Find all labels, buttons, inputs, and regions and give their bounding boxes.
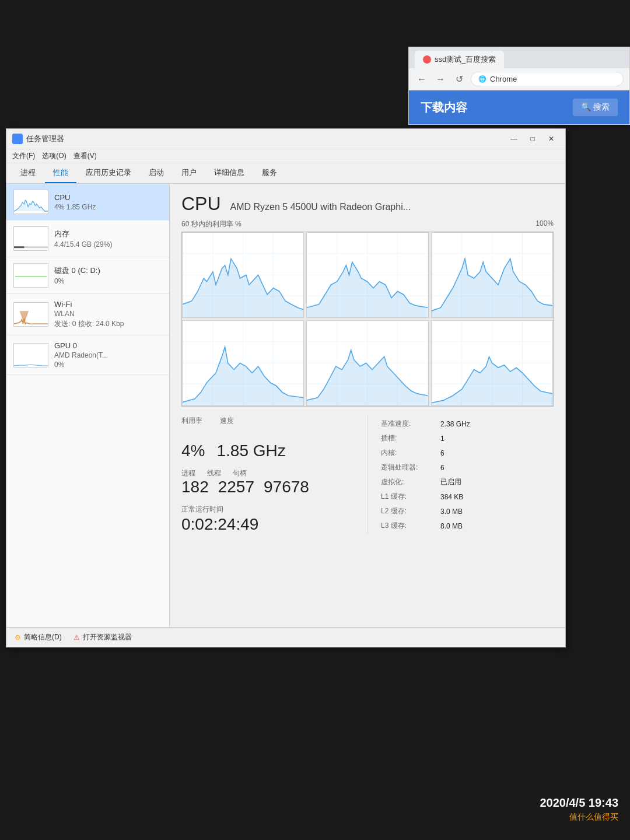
wifi-info: Wi-Fi WLAN 发送: 0 接收: 24.0 Kbp bbox=[54, 300, 162, 329]
chrome-page-title: 下载内容 bbox=[421, 100, 467, 116]
close-button[interactable]: ✕ bbox=[543, 132, 559, 145]
cpu-core-0-graph bbox=[182, 232, 304, 318]
disk-label: 磁盘 0 (C: D:) bbox=[54, 265, 162, 276]
tab-process[interactable]: 进程 bbox=[12, 163, 44, 183]
tab-details[interactable]: 详细信息 bbox=[206, 163, 253, 183]
maximize-button[interactable]: □ bbox=[524, 132, 541, 145]
open-monitor-label: 打开资源监视器 bbox=[83, 632, 132, 642]
memory-info: 内存 4.4/15.4 GB (29%) bbox=[54, 229, 162, 249]
chrome-toolbar: ← → ↺ 🌐 Chrome bbox=[409, 68, 629, 90]
tab-services[interactable]: 服务 bbox=[254, 163, 285, 183]
svg-rect-3 bbox=[14, 246, 24, 248]
brief-info-label: 简略信息(D) bbox=[24, 632, 62, 642]
cpu-label: CPU bbox=[54, 193, 162, 202]
cpu-model: AMD Ryzen 5 4500U with Radeon Graphi... bbox=[230, 202, 411, 212]
disk-info: 磁盘 0 (C: D:) 0% bbox=[54, 265, 162, 285]
body: CPU 4% 1.85 GHz 内存 4.4/15.4 GB (29%) bbox=[6, 184, 565, 627]
cpu-core-2-graph bbox=[431, 232, 553, 318]
process-label: 进程 bbox=[181, 468, 195, 478]
chrome-tab[interactable]: ssd测试_百度搜索 bbox=[415, 51, 504, 68]
memory-detail: 4.4/15.4 GB (29%) bbox=[54, 240, 162, 249]
l3-value: 8.0 MB bbox=[440, 519, 552, 533]
core-label: 内核: bbox=[381, 446, 439, 460]
address-bar[interactable]: 🌐 Chrome bbox=[471, 72, 624, 86]
gpu-mini-graph bbox=[13, 343, 48, 368]
logical-label: 逻辑处理器: bbox=[381, 461, 439, 474]
brief-info-button[interactable]: ⚙ 简略信息(D) bbox=[15, 632, 62, 642]
socket-value: 1 bbox=[440, 432, 552, 445]
l3-label: L3 缓存: bbox=[381, 519, 439, 533]
menu-options[interactable]: 选项(O) bbox=[42, 151, 66, 161]
gpu-label: GPU 0 bbox=[54, 341, 162, 350]
svg-rect-5 bbox=[15, 276, 47, 277]
tabbar: 进程 性能 应用历史记录 启动 用户 详细信息 服务 bbox=[6, 163, 565, 184]
forward-button[interactable]: → bbox=[433, 72, 447, 86]
tab-app-history[interactable]: 应用历史记录 bbox=[78, 163, 139, 183]
window-controls: — □ ✕ bbox=[506, 132, 559, 145]
tab-users[interactable]: 用户 bbox=[173, 163, 205, 183]
thread-value: 2257 bbox=[218, 478, 254, 496]
wifi-label: Wi-Fi bbox=[54, 300, 162, 309]
title-area: 任务管理器 bbox=[12, 134, 64, 144]
cpu-mini-graph bbox=[13, 190, 48, 214]
timestamp-overlay: 2020/4/5 19:43 值什么值得买 bbox=[540, 796, 618, 822]
gpu-detail2: 0% bbox=[54, 360, 162, 369]
sidebar-item-disk[interactable]: 磁盘 0 (C: D:) 0% bbox=[6, 257, 169, 294]
uptime-value: 0:02:24:49 bbox=[181, 516, 356, 534]
chrome-content-area: 下载内容 🔍 搜索 bbox=[409, 90, 629, 124]
chrome-search-button[interactable]: 🔍 搜索 bbox=[573, 99, 618, 116]
svg-rect-4 bbox=[14, 264, 48, 287]
sidebar-item-cpu[interactable]: CPU 4% 1.85 GHz bbox=[6, 184, 169, 220]
wifi-detail2: 发送: 0 接收: 24.0 Kbp bbox=[54, 319, 162, 329]
l3-row: L3 缓存: 8.0 MB bbox=[381, 519, 552, 533]
cpu-main-title: CPU bbox=[181, 193, 221, 215]
taskmanager-icon bbox=[12, 134, 23, 144]
titlebar: 任务管理器 — □ ✕ bbox=[6, 129, 565, 149]
chrome-tab-title: ssd测试_百度搜索 bbox=[435, 54, 496, 65]
disk-detail: 0% bbox=[54, 277, 162, 285]
menu-file[interactable]: 文件(F) bbox=[12, 151, 35, 161]
speed-value: 1.85 GHz bbox=[216, 442, 285, 460]
memory-mini-graph bbox=[13, 226, 48, 251]
gpu-detail: AMD Radeon(T... bbox=[54, 351, 162, 359]
thread-label: 线程 bbox=[207, 468, 221, 478]
base-speed-label: 基准速度: bbox=[381, 417, 439, 430]
utilization-value: 4% bbox=[181, 442, 205, 460]
menu-view[interactable]: 查看(V) bbox=[74, 151, 97, 161]
tab-performance[interactable]: 性能 bbox=[45, 163, 76, 183]
chrome-tab-bar: ssd测试_百度搜索 bbox=[409, 47, 629, 68]
process-value: 182 bbox=[181, 478, 209, 496]
chrome-window: ssd测试_百度搜索 ← → ↺ 🌐 Chrome 下载内容 🔍 搜索 bbox=[408, 47, 630, 125]
back-button[interactable]: ← bbox=[415, 72, 429, 86]
stats-left: 利用率 speed 速度 4% 1.85 GHz 进程 线程 bbox=[181, 416, 368, 534]
open-monitor-button[interactable]: ⚠ 打开资源监视器 bbox=[74, 632, 132, 642]
cpu-stats: 利用率 speed 速度 4% 1.85 GHz 进程 线程 bbox=[181, 416, 554, 534]
baidu-favicon bbox=[423, 55, 431, 64]
sidebar-item-gpu[interactable]: GPU 0 AMD Radeon(T... 0% bbox=[6, 335, 169, 375]
l2-value: 3.0 MB bbox=[440, 505, 552, 518]
core-row: 内核: 6 bbox=[381, 446, 552, 460]
handle-label: 句柄 bbox=[233, 468, 247, 478]
main-panel: CPU AMD Ryzen 5 4500U with Radeon Graphi… bbox=[170, 184, 565, 627]
base-speed-row: 基准速度: 2.38 GHz bbox=[381, 417, 552, 430]
cpu-detail: 4% 1.85 GHz bbox=[54, 203, 162, 211]
speed-label2: 速度 bbox=[220, 416, 234, 426]
tab-startup[interactable]: 启动 bbox=[141, 163, 172, 183]
minimize-button[interactable]: — bbox=[506, 132, 522, 145]
svg-marker-50 bbox=[432, 356, 552, 405]
timestamp-date: 2020/4/5 19:43 bbox=[540, 796, 618, 810]
sidebar-item-wifi[interactable]: Wi-Fi WLAN 发送: 0 接收: 24.0 Kbp bbox=[6, 294, 169, 335]
cpu-graphs-grid bbox=[181, 232, 554, 407]
logical-row: 逻辑处理器: 6 bbox=[381, 461, 552, 474]
watermark: 值什么值得买 bbox=[540, 812, 618, 822]
base-speed-value: 2.38 GHz bbox=[440, 417, 552, 430]
task-manager-window: 任务管理器 — □ ✕ 文件(F) 选项(O) 查看(V) 进程 性能 应用历史… bbox=[6, 128, 566, 648]
refresh-button[interactable]: ↺ bbox=[452, 72, 466, 86]
sidebar-item-memory[interactable]: 内存 4.4/15.4 GB (29%) bbox=[6, 220, 169, 257]
window-title: 任务管理器 bbox=[26, 134, 64, 144]
cpu-core-5-graph bbox=[431, 320, 553, 406]
virt-label: 虚拟化: bbox=[381, 475, 439, 489]
gpu-info: GPU 0 AMD Radeon(T... 0% bbox=[54, 341, 162, 369]
l1-row: L1 缓存: 384 KB bbox=[381, 490, 552, 503]
memory-label: 内存 bbox=[54, 229, 162, 239]
